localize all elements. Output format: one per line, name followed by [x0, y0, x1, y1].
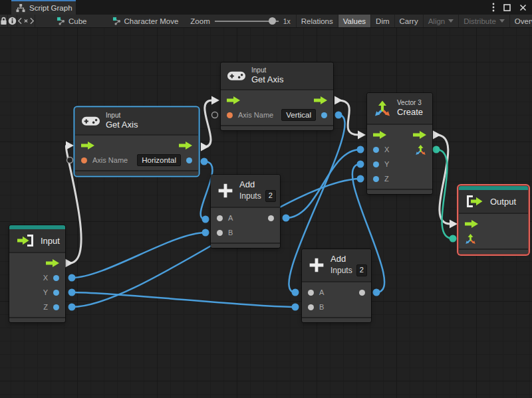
z-port[interactable]	[373, 176, 379, 182]
input-a-port[interactable]	[308, 290, 314, 296]
input-a-port[interactable]	[217, 215, 223, 221]
chevron-down-icon	[448, 19, 454, 23]
node-add-1[interactable]: Add Inputs 2 A B	[211, 175, 280, 248]
result-port[interactable]	[186, 157, 192, 163]
node-footer	[9, 317, 65, 322]
node-output[interactable]: Output	[459, 186, 528, 254]
plus-icon	[217, 183, 233, 199]
tab-bar: Script Graph	[0, 0, 532, 15]
flow-arrowhead	[201, 143, 209, 151]
zoom-control: Zoom 1x	[190, 15, 291, 27]
axis-name-port[interactable]	[81, 157, 87, 163]
tab-title: Script Graph	[29, 4, 72, 12]
node-add-2[interactable]: Add Inputs 2 A B	[302, 249, 371, 322]
node-footer	[459, 249, 528, 254]
breadcrumb-label: Character Move	[124, 17, 179, 25]
axis-name-port[interactable]	[227, 112, 233, 118]
output-event-icon	[466, 195, 484, 207]
menu-kebab-icon[interactable]	[492, 3, 495, 12]
input-event-icon	[16, 235, 35, 247]
x-out-port[interactable]	[53, 275, 59, 281]
zoom-label: Zoom	[190, 17, 209, 25]
result-port[interactable]	[321, 112, 327, 118]
relations-button[interactable]: Relations	[296, 15, 338, 27]
values-button[interactable]: Values	[338, 15, 370, 27]
flow-arrowhead	[433, 131, 441, 140]
node-footer	[75, 170, 198, 175]
node-title: Output	[490, 197, 516, 207]
node-vector3-create[interactable]: Vector 3 Create X	[367, 93, 432, 194]
node-title: Get Axis	[106, 120, 138, 130]
breadcrumb-cube[interactable]: Cube	[51, 15, 92, 27]
carry-button[interactable]: Carry	[394, 15, 423, 27]
maximize-icon[interactable]	[503, 4, 511, 11]
flow-arrowhead	[66, 142, 74, 150]
x-port[interactable]	[373, 147, 379, 153]
inputs-label: Inputs	[331, 266, 352, 276]
dim-button[interactable]: Dim	[370, 15, 394, 27]
flow-in-port[interactable]	[465, 220, 478, 228]
close-icon[interactable]	[519, 4, 527, 11]
flow-out-port[interactable]	[314, 96, 327, 104]
node-get-axis-horizontal[interactable]: Input Get Axis Axis Name Horizontal	[75, 108, 198, 175]
input-b-port[interactable]	[217, 230, 223, 236]
graph-canvas[interactable]: Input Get Axis Axis Name Vertical	[0, 28, 532, 398]
variables-toggle-button[interactable]	[17, 15, 35, 27]
lock-button[interactable]	[0, 15, 8, 27]
script-graph-icon	[57, 17, 65, 25]
wire-input-x-to-add1-b[interactable]	[72, 233, 205, 278]
plus-icon	[309, 257, 325, 273]
distribute-dropdown[interactable]: Distribute	[458, 15, 509, 27]
lock-icon	[0, 17, 7, 25]
tab-script-graph[interactable]: Script Graph	[11, 0, 76, 15]
sum-out-port[interactable]	[359, 290, 365, 296]
zoom-value: 1x	[283, 17, 291, 25]
node-subtitle: Input	[106, 112, 138, 120]
zoom-slider-handle[interactable]	[269, 17, 276, 25]
y-out-port[interactable]	[53, 290, 59, 296]
info-icon	[8, 17, 17, 25]
inputs-count-field[interactable]: 2	[356, 264, 367, 276]
zoom-slider[interactable]	[215, 21, 279, 22]
z-out-port[interactable]	[53, 304, 59, 310]
inputs-count-field[interactable]: 2	[265, 190, 276, 202]
node-footer	[211, 243, 280, 248]
gamepad-icon	[82, 116, 100, 126]
node-input[interactable]: Input X Y Z	[9, 225, 65, 322]
flow-arrowhead	[334, 96, 342, 105]
script-graph-icon	[112, 17, 121, 25]
breadcrumb-label: Cube	[68, 17, 87, 25]
flow-in-port[interactable]	[81, 142, 94, 149]
wire-add1-sum-to-vector3-x[interactable]	[286, 149, 360, 218]
node-subtitle: Vector 3	[397, 99, 423, 108]
node-footer	[221, 125, 333, 130]
node-title: Add	[331, 254, 367, 264]
wire-flow-getaxis-horizontal-to-vertical[interactable]	[204, 100, 212, 147]
flow-arrowhead	[65, 259, 73, 268]
flow-out-port[interactable]	[179, 142, 192, 149]
overview-button[interactable]: Overv	[509, 15, 532, 27]
axis-name-field[interactable]: Horizontal	[137, 154, 181, 166]
flow-out-port[interactable]	[46, 259, 59, 267]
param-label: Axis Name	[92, 156, 128, 164]
node-subtitle: Input	[251, 66, 283, 75]
flow-out-port[interactable]	[413, 131, 426, 139]
node-title: Create	[397, 107, 423, 118]
vector3-icon	[374, 100, 391, 117]
flow-in-port[interactable]	[373, 131, 386, 139]
input-b-port[interactable]	[308, 304, 314, 310]
align-dropdown[interactable]: Align	[423, 15, 459, 27]
info-button[interactable]	[8, 15, 17, 27]
node-get-axis-vertical[interactable]: Input Get Axis Axis Name Vertical	[221, 62, 333, 130]
axis-name-field[interactable]: Vertical	[281, 109, 316, 121]
sum-out-port[interactable]	[268, 215, 274, 221]
breadcrumb-character-move[interactable]: Character Move	[107, 15, 184, 27]
unconnected-port-indicator	[212, 112, 218, 118]
gamepad-icon	[227, 70, 245, 81]
vector3-out-port[interactable]	[415, 144, 426, 155]
vector3-in-port[interactable]	[465, 233, 476, 245]
angle-x-icon	[17, 17, 35, 25]
hierarchy-icon	[16, 4, 25, 13]
y-port[interactable]	[373, 161, 379, 167]
flow-in-port[interactable]	[227, 96, 240, 104]
